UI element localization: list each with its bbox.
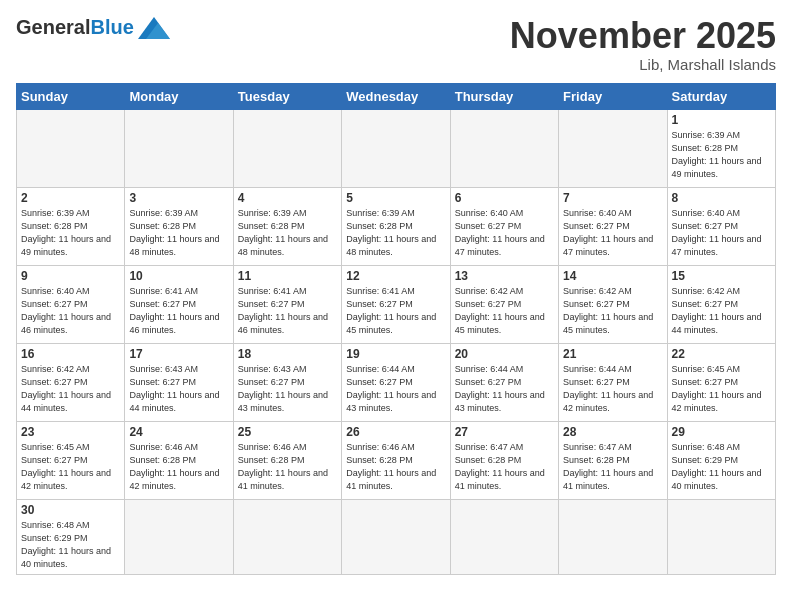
cell-info: Sunrise: 6:44 AM Sunset: 6:27 PM Dayligh… — [563, 363, 662, 415]
cell-info: Sunrise: 6:39 AM Sunset: 6:28 PM Dayligh… — [672, 129, 771, 181]
calendar-cell: 4Sunrise: 6:39 AM Sunset: 6:28 PM Daylig… — [233, 187, 341, 265]
logo: GeneralBlue — [16, 16, 170, 39]
cell-info: Sunrise: 6:39 AM Sunset: 6:28 PM Dayligh… — [21, 207, 120, 259]
cell-info: Sunrise: 6:40 AM Sunset: 6:27 PM Dayligh… — [672, 207, 771, 259]
calendar-cell — [233, 499, 341, 574]
day-number: 3 — [129, 191, 228, 205]
calendar-cell — [450, 499, 558, 574]
day-number: 25 — [238, 425, 337, 439]
week-row-3: 16Sunrise: 6:42 AM Sunset: 6:27 PM Dayli… — [17, 343, 776, 421]
day-number: 28 — [563, 425, 662, 439]
calendar-cell: 3Sunrise: 6:39 AM Sunset: 6:28 PM Daylig… — [125, 187, 233, 265]
calendar-cell: 11Sunrise: 6:41 AM Sunset: 6:27 PM Dayli… — [233, 265, 341, 343]
day-number: 12 — [346, 269, 445, 283]
calendar-cell: 8Sunrise: 6:40 AM Sunset: 6:27 PM Daylig… — [667, 187, 775, 265]
day-number: 10 — [129, 269, 228, 283]
cell-info: Sunrise: 6:39 AM Sunset: 6:28 PM Dayligh… — [129, 207, 228, 259]
header-row: SundayMondayTuesdayWednesdayThursdayFrid… — [17, 83, 776, 109]
header-thursday: Thursday — [450, 83, 558, 109]
calendar-cell: 21Sunrise: 6:44 AM Sunset: 6:27 PM Dayli… — [559, 343, 667, 421]
calendar-cell — [559, 499, 667, 574]
calendar-cell: 1Sunrise: 6:39 AM Sunset: 6:28 PM Daylig… — [667, 109, 775, 187]
day-number: 13 — [455, 269, 554, 283]
logo-icon — [138, 17, 170, 39]
title-block: November 2025 Lib, Marshall Islands — [510, 16, 776, 73]
day-number: 17 — [129, 347, 228, 361]
week-row-1: 2Sunrise: 6:39 AM Sunset: 6:28 PM Daylig… — [17, 187, 776, 265]
calendar-cell: 17Sunrise: 6:43 AM Sunset: 6:27 PM Dayli… — [125, 343, 233, 421]
calendar-cell: 18Sunrise: 6:43 AM Sunset: 6:27 PM Dayli… — [233, 343, 341, 421]
day-number: 23 — [21, 425, 120, 439]
header-sunday: Sunday — [17, 83, 125, 109]
calendar-cell: 10Sunrise: 6:41 AM Sunset: 6:27 PM Dayli… — [125, 265, 233, 343]
calendar-cell — [17, 109, 125, 187]
cell-info: Sunrise: 6:43 AM Sunset: 6:27 PM Dayligh… — [238, 363, 337, 415]
day-number: 14 — [563, 269, 662, 283]
day-number: 7 — [563, 191, 662, 205]
calendar-cell: 23Sunrise: 6:45 AM Sunset: 6:27 PM Dayli… — [17, 421, 125, 499]
calendar-cell — [125, 499, 233, 574]
cell-info: Sunrise: 6:42 AM Sunset: 6:27 PM Dayligh… — [672, 285, 771, 337]
cell-info: Sunrise: 6:46 AM Sunset: 6:28 PM Dayligh… — [346, 441, 445, 493]
calendar-cell — [559, 109, 667, 187]
month-title: November 2025 — [510, 16, 776, 56]
cell-info: Sunrise: 6:44 AM Sunset: 6:27 PM Dayligh… — [455, 363, 554, 415]
calendar-cell — [450, 109, 558, 187]
day-number: 20 — [455, 347, 554, 361]
cell-info: Sunrise: 6:42 AM Sunset: 6:27 PM Dayligh… — [563, 285, 662, 337]
cell-info: Sunrise: 6:40 AM Sunset: 6:27 PM Dayligh… — [21, 285, 120, 337]
calendar-cell: 30Sunrise: 6:48 AM Sunset: 6:29 PM Dayli… — [17, 499, 125, 574]
day-number: 1 — [672, 113, 771, 127]
day-number: 22 — [672, 347, 771, 361]
cell-info: Sunrise: 6:39 AM Sunset: 6:28 PM Dayligh… — [238, 207, 337, 259]
header-friday: Friday — [559, 83, 667, 109]
calendar-cell: 24Sunrise: 6:46 AM Sunset: 6:28 PM Dayli… — [125, 421, 233, 499]
day-number: 5 — [346, 191, 445, 205]
logo-text: GeneralBlue — [16, 16, 134, 39]
day-number: 6 — [455, 191, 554, 205]
cell-info: Sunrise: 6:46 AM Sunset: 6:28 PM Dayligh… — [129, 441, 228, 493]
day-number: 15 — [672, 269, 771, 283]
cell-info: Sunrise: 6:45 AM Sunset: 6:27 PM Dayligh… — [21, 441, 120, 493]
calendar-cell: 25Sunrise: 6:46 AM Sunset: 6:28 PM Dayli… — [233, 421, 341, 499]
cell-info: Sunrise: 6:41 AM Sunset: 6:27 PM Dayligh… — [238, 285, 337, 337]
cell-info: Sunrise: 6:44 AM Sunset: 6:27 PM Dayligh… — [346, 363, 445, 415]
day-number: 27 — [455, 425, 554, 439]
day-number: 21 — [563, 347, 662, 361]
day-number: 9 — [21, 269, 120, 283]
day-number: 19 — [346, 347, 445, 361]
week-row-0: 1Sunrise: 6:39 AM Sunset: 6:28 PM Daylig… — [17, 109, 776, 187]
calendar-cell: 2Sunrise: 6:39 AM Sunset: 6:28 PM Daylig… — [17, 187, 125, 265]
day-number: 16 — [21, 347, 120, 361]
cell-info: Sunrise: 6:40 AM Sunset: 6:27 PM Dayligh… — [455, 207, 554, 259]
week-row-4: 23Sunrise: 6:45 AM Sunset: 6:27 PM Dayli… — [17, 421, 776, 499]
cell-info: Sunrise: 6:42 AM Sunset: 6:27 PM Dayligh… — [455, 285, 554, 337]
cell-info: Sunrise: 6:48 AM Sunset: 6:29 PM Dayligh… — [672, 441, 771, 493]
week-row-5: 30Sunrise: 6:48 AM Sunset: 6:29 PM Dayli… — [17, 499, 776, 574]
calendar-cell: 9Sunrise: 6:40 AM Sunset: 6:27 PM Daylig… — [17, 265, 125, 343]
cell-info: Sunrise: 6:41 AM Sunset: 6:27 PM Dayligh… — [129, 285, 228, 337]
cell-info: Sunrise: 6:48 AM Sunset: 6:29 PM Dayligh… — [21, 519, 120, 571]
location: Lib, Marshall Islands — [510, 56, 776, 73]
calendar-cell: 15Sunrise: 6:42 AM Sunset: 6:27 PM Dayli… — [667, 265, 775, 343]
calendar-cell: 13Sunrise: 6:42 AM Sunset: 6:27 PM Dayli… — [450, 265, 558, 343]
calendar-cell — [342, 109, 450, 187]
day-number: 26 — [346, 425, 445, 439]
day-number: 11 — [238, 269, 337, 283]
day-number: 24 — [129, 425, 228, 439]
cell-info: Sunrise: 6:42 AM Sunset: 6:27 PM Dayligh… — [21, 363, 120, 415]
header-monday: Monday — [125, 83, 233, 109]
day-number: 4 — [238, 191, 337, 205]
cell-info: Sunrise: 6:47 AM Sunset: 6:28 PM Dayligh… — [563, 441, 662, 493]
header-wednesday: Wednesday — [342, 83, 450, 109]
calendar-cell: 14Sunrise: 6:42 AM Sunset: 6:27 PM Dayli… — [559, 265, 667, 343]
calendar-cell: 20Sunrise: 6:44 AM Sunset: 6:27 PM Dayli… — [450, 343, 558, 421]
calendar-cell — [125, 109, 233, 187]
day-number: 8 — [672, 191, 771, 205]
cell-info: Sunrise: 6:45 AM Sunset: 6:27 PM Dayligh… — [672, 363, 771, 415]
cell-info: Sunrise: 6:39 AM Sunset: 6:28 PM Dayligh… — [346, 207, 445, 259]
week-row-2: 9Sunrise: 6:40 AM Sunset: 6:27 PM Daylig… — [17, 265, 776, 343]
calendar-cell: 22Sunrise: 6:45 AM Sunset: 6:27 PM Dayli… — [667, 343, 775, 421]
day-number: 18 — [238, 347, 337, 361]
calendar-cell: 27Sunrise: 6:47 AM Sunset: 6:28 PM Dayli… — [450, 421, 558, 499]
